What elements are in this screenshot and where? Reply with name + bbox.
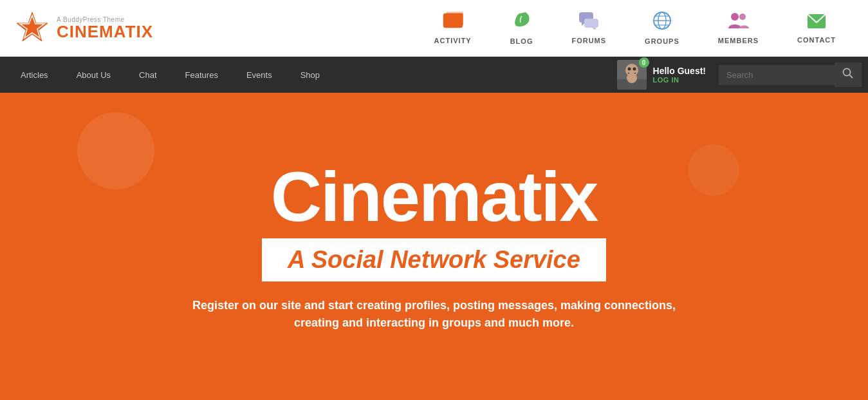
- top-nav-members[interactable]: MEMBERS: [699, 12, 778, 44]
- contact-label: CONTACT: [797, 36, 836, 44]
- forums-icon: [578, 12, 599, 34]
- avatar-wrap: 0: [617, 60, 647, 90]
- svg-point-15: [731, 13, 739, 21]
- hero-description: Register on our site and start creating …: [177, 297, 692, 332]
- nav-chat[interactable]: Chat: [125, 57, 171, 93]
- svg-rect-8: [584, 19, 598, 28]
- groups-icon: [652, 11, 672, 35]
- svg-rect-5: [444, 15, 462, 27]
- nav-features[interactable]: Features: [171, 57, 232, 93]
- svg-point-21: [633, 68, 636, 71]
- blog-label: BLOG: [510, 37, 533, 45]
- secondary-nav-links: Articles About Us Chat Features Events S…: [6, 57, 611, 93]
- top-nav-groups[interactable]: GROUPS: [625, 11, 699, 45]
- activity-label: ACTIVITY: [434, 37, 472, 44]
- secondary-navigation: Articles About Us Chat Features Events S…: [0, 57, 868, 93]
- svg-point-23: [627, 73, 637, 83]
- top-nav-activity[interactable]: ACTIVITY: [415, 12, 491, 44]
- user-greeting: Hello Guest!: [653, 66, 706, 76]
- notification-badge: 0: [639, 57, 649, 68]
- logo[interactable]: A BuddyPress Theme CINEMATIX: [13, 9, 154, 48]
- user-info: Hello Guest! LOG IN: [653, 66, 706, 84]
- svg-point-16: [739, 14, 746, 20]
- svg-point-24: [844, 69, 851, 76]
- members-label: MEMBERS: [718, 37, 759, 44]
- search-icon: [842, 68, 854, 79]
- logo-icon: [13, 9, 51, 48]
- logo-name: CINEMATIX: [57, 23, 153, 40]
- search-input[interactable]: [719, 65, 835, 85]
- top-nav-forums[interactable]: FORUMS: [552, 12, 625, 44]
- top-navigation: A BuddyPress Theme CINEMATIX ACTIVITY BL…: [0, 0, 868, 57]
- forums-label: FORUMS: [571, 37, 606, 44]
- blog-icon: [513, 11, 531, 35]
- top-nav-contact[interactable]: CONTACT: [778, 13, 855, 44]
- svg-marker-9: [592, 28, 596, 30]
- hero-section: Cinematix A Social Network Service Regis…: [0, 93, 868, 400]
- contact-icon: [807, 13, 826, 33]
- svg-point-20: [627, 68, 631, 71]
- user-area: 0 Hello Guest! LOG IN: [611, 60, 712, 90]
- logo-c: C: [57, 22, 69, 41]
- logo-rest: INEMATIX: [69, 22, 153, 41]
- top-nav-links: ACTIVITY BLOG FORUMS GROUPS: [415, 11, 855, 45]
- hero-subtitle-box: A Social Network Service: [262, 238, 606, 281]
- logo-text: A BuddyPress Theme CINEMATIX: [57, 16, 153, 40]
- hero-subtitle: A Social Network Service: [288, 246, 580, 273]
- top-nav-blog[interactable]: BLOG: [491, 11, 553, 45]
- members-icon: [727, 12, 749, 34]
- login-link[interactable]: LOG IN: [653, 76, 706, 84]
- groups-label: GROUPS: [645, 37, 679, 45]
- nav-events[interactable]: Events: [232, 57, 286, 93]
- svg-line-25: [849, 75, 853, 78]
- nav-about-us[interactable]: About Us: [62, 57, 125, 93]
- hero-title: Cinematix: [271, 161, 598, 232]
- search-area: [712, 62, 868, 87]
- activity-icon: [443, 12, 463, 34]
- nav-shop[interactable]: Shop: [286, 57, 334, 93]
- nav-articles[interactable]: Articles: [6, 57, 62, 93]
- search-button[interactable]: [835, 62, 862, 87]
